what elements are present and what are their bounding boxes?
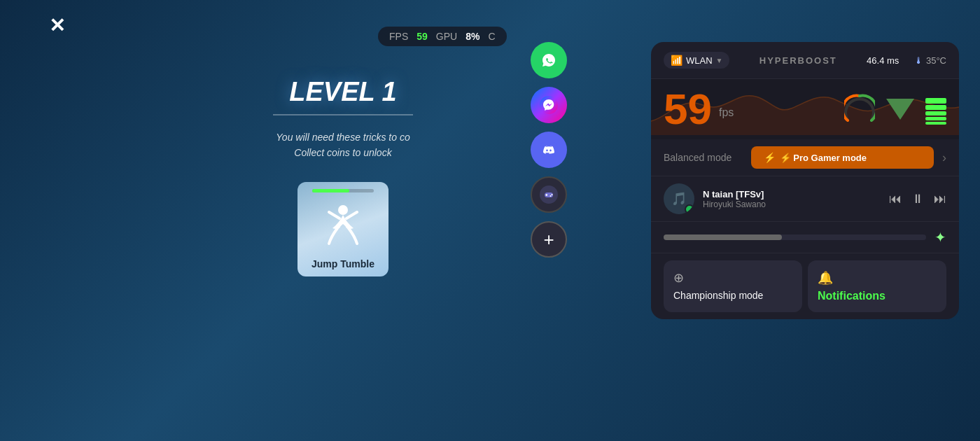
wlan-dropdown-icon: ▼ (716, 57, 723, 64)
trick-progress-bar (312, 189, 374, 192)
add-app-button[interactable]: + (531, 221, 567, 258)
brightness-fill (664, 234, 782, 240)
hyperboost-panel: 📶 WLAN ▼ HYPERBOOST 46.4 ms 🌡 35°C 59 fp… (651, 42, 959, 319)
championship-icon: ⊕ (673, 270, 792, 286)
side-apps: + (531, 42, 567, 258)
fps-label: FPS (389, 31, 408, 42)
music-avatar: 🎵 (664, 183, 694, 214)
trick-figure (315, 198, 371, 254)
music-controls: ⏮ ⏸ ⏭ (889, 192, 946, 206)
temp-value: 🌡 35°C (914, 55, 946, 66)
svg-point-8 (552, 194, 553, 195)
level-divider (273, 114, 413, 115)
championship-tile[interactable]: ⊕ Championship mode (664, 260, 802, 312)
fps-display: 59 (664, 88, 712, 131)
close-button[interactable]: ✕ (49, 14, 65, 37)
trick-card: Jump Tumble (298, 182, 388, 276)
fps-indicators (844, 94, 946, 125)
championship-label: Championship mode (673, 290, 792, 301)
brightness-slider[interactable] (664, 234, 926, 240)
hyperboost-brand: HYPERBOOST (736, 55, 860, 66)
messenger-icon[interactable] (531, 87, 567, 123)
svg-rect-7 (545, 195, 547, 196)
bottom-tiles: ⊕ Championship mode 🔔 Notifications (651, 253, 959, 319)
game-area: LEVEL 1 You will need these tricks to co… (140, 56, 546, 441)
next-track-button[interactable]: ⏭ (934, 192, 946, 206)
trick-progress-fill (312, 189, 349, 192)
performance-gauge (844, 94, 875, 125)
cpu-label: C (488, 31, 495, 42)
gamepad-icon[interactable] (531, 176, 567, 213)
notifications-label: Notifications (818, 290, 937, 302)
brightness-section: ✦ (651, 222, 959, 253)
ping-value: 46.4 ms (867, 55, 899, 66)
trick-name: Jump Tumble (312, 258, 374, 270)
music-artist: Hiroyuki Sawano (703, 200, 881, 209)
pro-gamer-mode-button[interactable]: ⚡ ⚡ Pro Gamer mode (751, 146, 934, 169)
wifi-icon: 📶 (671, 55, 682, 66)
wlan-badge[interactable]: 📶 WLAN ▼ (664, 52, 729, 69)
panel-header: 📶 WLAN ▼ HYPERBOOST 46.4 ms 🌡 35°C (651, 42, 959, 79)
bell-icon: 🔔 (818, 270, 937, 286)
svg-point-0 (338, 205, 348, 215)
svg-point-2 (540, 96, 558, 114)
wlan-label: WLAN (686, 55, 713, 66)
game-subtitle: You will need these tricks to co Collect… (276, 130, 410, 161)
mode-section: Balanced mode ⚡ ⚡ Pro Gamer mode › (651, 139, 959, 176)
fps-down-indicator (886, 99, 914, 120)
gpu-label: GPU (436, 31, 457, 42)
brightness-icon: ✦ (934, 229, 946, 246)
music-title: N taian [TFSv] (703, 189, 881, 200)
discord-icon[interactable] (531, 132, 567, 168)
gpu-value: 8% (465, 31, 479, 42)
pro-mode-icon: ⚡ (764, 152, 776, 163)
music-section: 🎵 N taian [TFSv] Hiroyuki Sawano ⏮ ⏸ ⏭ (651, 176, 959, 222)
svg-point-9 (550, 195, 552, 197)
fps-value: 59 (416, 31, 428, 42)
spotify-indicator (685, 204, 694, 214)
level-title: LEVEL 1 (289, 77, 396, 107)
notifications-tile[interactable]: 🔔 Notifications (808, 260, 946, 312)
whatsapp-icon[interactable] (531, 42, 567, 78)
mode-arrow-icon[interactable]: › (942, 150, 946, 165)
fps-unit: fps (719, 106, 734, 119)
music-info: N taian [TFSv] Hiroyuki Sawano (703, 189, 881, 209)
pause-button[interactable]: ⏸ (911, 192, 924, 206)
performance-bar: FPS 59 GPU 8% C (378, 27, 507, 46)
balanced-mode-label[interactable]: Balanced mode (664, 152, 743, 163)
signal-bars (925, 94, 946, 125)
pro-mode-label: ⚡ Pro Gamer mode (780, 153, 867, 163)
fps-section: 59 fps (651, 79, 959, 139)
prev-track-button[interactable]: ⏮ (889, 192, 902, 206)
